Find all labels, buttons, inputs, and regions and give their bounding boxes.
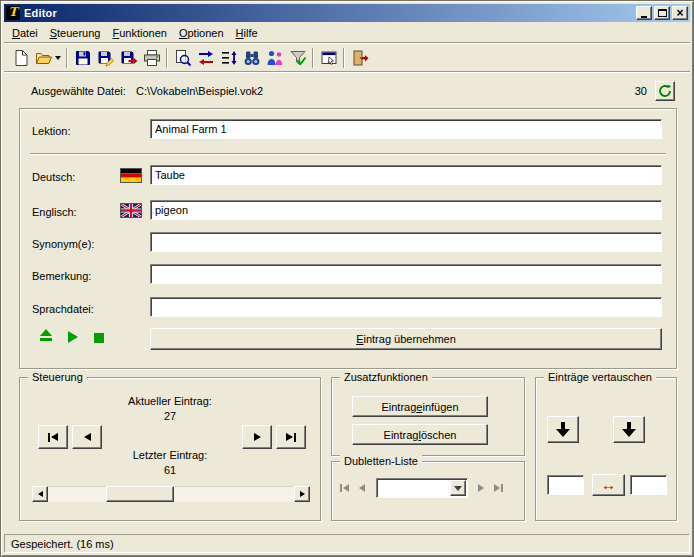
previous-entry-button[interactable] [72,425,102,449]
new-button[interactable] [9,47,32,69]
vertauschen-field-2[interactable] [630,475,667,495]
eintrag-einfuegen-button[interactable]: Eintrag einfügen [352,396,488,417]
menu-item-datei[interactable]: Datei [6,24,44,42]
dubletten-next-button[interactable] [478,482,484,494]
save-button[interactable] [71,47,94,69]
print-button[interactable] [140,47,163,69]
first-icon-triangle [51,433,58,441]
scroll-left-icon [38,491,43,497]
stop-icon[interactable] [94,333,104,343]
scrollbar-right-button[interactable] [294,486,310,502]
open-file-icon [35,49,53,67]
next-entry-button[interactable] [242,425,272,449]
toolbar [4,44,690,71]
dubletten-previous-button[interactable] [359,482,365,494]
minimize-button[interactable] [636,6,652,20]
play-icon[interactable] [68,331,78,343]
first-entry-button[interactable] [38,425,68,449]
move-down-left-button[interactable] [547,416,579,443]
save-as-icon [97,49,115,67]
uebernehmen-button[interactable]: Eintrag übernehmen [150,328,662,350]
save-export-button[interactable] [117,47,140,69]
eject-bar [40,338,52,341]
menu-item-optionen[interactable]: Optionen [173,24,230,42]
letzter-eintrag-label: Letzter Eintrag: [20,449,320,461]
swap-button[interactable]: ↔ [592,474,625,496]
sort-button[interactable] [217,47,240,69]
status-text: Gespeichert. (16 ms) [11,538,114,550]
maximize-button[interactable] [654,6,670,20]
statusbar: Gespeichert. (16 ms) [4,532,690,553]
lektion-input[interactable] [150,119,662,139]
entry-scrollbar[interactable] [32,486,310,502]
preview-button[interactable] [171,47,194,69]
deutsch-label: Deutsch: [32,171,75,183]
vertauschen-title: Einträge vertauschen [544,371,656,383]
scrollbar-left-button[interactable] [32,486,48,502]
menu-item-hilfe[interactable]: Hilfe [230,24,264,42]
sort-icon [220,49,238,67]
dubletten-dropdown-button[interactable] [450,480,466,496]
window-title: Editor [24,7,57,19]
filter-button[interactable] [286,47,309,69]
divider [30,153,666,154]
letzter-eintrag-value: 61 [20,464,320,476]
close-icon: × [676,8,683,18]
synonym-input[interactable] [150,232,662,252]
sprachdatei-label: Sprachdatei: [32,303,94,315]
move-down-right-button[interactable] [613,416,645,443]
filter-check-icon [289,49,307,67]
bemerkung-input[interactable] [150,264,662,284]
zusatzfunktionen-groupbox: Zusatzfunktionen Eintrag einfügen Eintra… [331,377,525,456]
titlebar: T Editor × [4,4,690,22]
synonym-label: Synonym(e): [32,238,94,250]
properties-button[interactable] [317,47,340,69]
menu-item-steuerung[interactable]: Steuerung [44,24,107,42]
new-document-icon [12,49,30,67]
minimize-icon [641,16,647,18]
flag-germany-icon [120,168,142,183]
selected-file-label: Ausgewählte Datei: [31,85,126,97]
eintrag-loeschen-button[interactable]: Eintrag löschen [352,424,488,445]
exit-icon [351,49,369,67]
close-button[interactable]: × [672,6,688,20]
first-icon-triangle [343,484,349,492]
find-button[interactable] [240,47,263,69]
move-down-icon [622,422,636,437]
zusatzfunktionen-title: Zusatzfunktionen [340,371,432,383]
dubletten-last-button[interactable] [494,482,503,494]
bemerkung-label: Bemerkung: [32,270,91,282]
last-icon [294,433,296,442]
status-panel: Gespeichert. (16 ms) [4,534,690,553]
last-icon-triangle [494,484,500,492]
menubar: Datei Steuerung Funktionen Optionen Hilf… [4,23,690,42]
open-dropdown-icon[interactable] [55,56,61,60]
exit-button[interactable] [348,47,371,69]
aktueller-eintrag-value: 27 [20,410,320,422]
titlebar-buttons: × [634,6,688,20]
scrollbar-track[interactable] [48,486,294,502]
refresh-button[interactable] [655,81,675,101]
eject-icon[interactable] [40,329,52,341]
entry-groupbox: Lektion: Deutsch: Englisch: Synonym(e): … [19,108,677,369]
previous-icon [359,484,365,492]
steuerung-title: Steuerung [28,371,87,383]
save-as-button[interactable] [94,47,117,69]
open-button[interactable] [32,47,63,69]
scrollbar-thumb[interactable] [106,486,174,502]
sprachdatei-input[interactable] [150,297,662,317]
dubletten-first-button[interactable] [340,482,349,494]
swap-entries-button[interactable] [194,47,217,69]
menu-item-funktionen[interactable]: Funktionen [106,24,172,42]
vocabulary-button[interactable] [263,47,286,69]
dubletten-dropdown[interactable] [376,478,468,498]
last-entry-button[interactable] [276,425,306,449]
editor-window: T Editor × Datei Steuerung Funktionen Op… [0,0,694,557]
vocabulary-users-icon [266,49,284,67]
vertauschen-field-1[interactable] [547,475,584,495]
deutsch-input[interactable] [150,165,662,185]
englisch-input[interactable] [150,200,662,220]
selected-file-path: C:\Vokabeln\Beispiel.vok2 [136,85,263,97]
refresh-icon [658,84,672,98]
next-icon [478,484,484,492]
